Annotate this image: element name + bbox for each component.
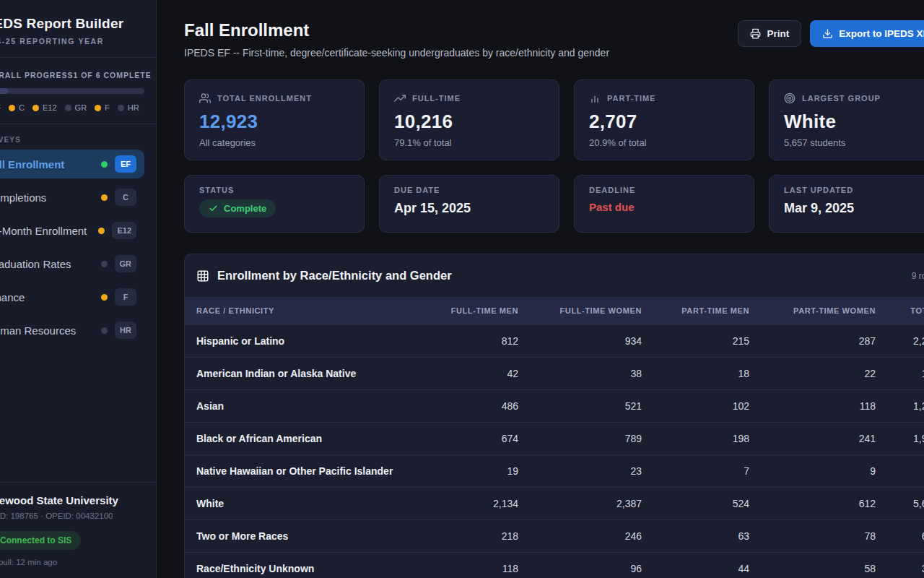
table-row: Race/Ethnicity Unknown118964458316 bbox=[185, 552, 924, 578]
table-row: American Indian or Alaska Native42381822… bbox=[185, 357, 924, 389]
part-time-value: 2,707 bbox=[589, 111, 739, 133]
sidebar-item-completions[interactable]: Completions C bbox=[0, 183, 144, 212]
progress-bar-fill bbox=[0, 88, 8, 94]
surveys-section-label: SURVEYS bbox=[0, 136, 144, 144]
status-dot-icon bbox=[98, 228, 105, 234]
survey-code-badge: F bbox=[115, 288, 136, 306]
info-card-deadline: DEADLINE Past due bbox=[574, 175, 754, 233]
status-dot-icon bbox=[101, 194, 108, 201]
main-content: Fall Enrollment IPEDS EF -- First-time, … bbox=[157, 0, 924, 578]
stat-card-part-time: PART-TIME 2,707 20.9% of total bbox=[574, 79, 754, 160]
survey-nav: Fall Enrollment EF Completions C 12-Mont… bbox=[0, 150, 156, 345]
reporting-year-label: 2024-25 REPORTING YEAR bbox=[0, 37, 144, 46]
survey-code-badge: HR bbox=[115, 322, 136, 339]
row-count-label: 9 rows bbox=[912, 271, 924, 281]
print-button[interactable]: Print bbox=[738, 20, 801, 47]
legend-item-gr: GR bbox=[65, 103, 87, 112]
sis-status-badge: Connected to SIS bbox=[0, 531, 81, 550]
app-root: IPEDS Report Builder 2024-25 REPORTING Y… bbox=[0, 0, 924, 578]
overall-progress-section: OVERALL PROGRESS 1 OF 6 COMPLETE EF C E1… bbox=[0, 58, 156, 124]
legend-item-hr: HR bbox=[118, 103, 139, 112]
target-icon bbox=[784, 92, 796, 104]
table-row: Native Hawaiian or Other Pacific Islande… bbox=[185, 454, 924, 487]
progress-label: OVERALL PROGRESS bbox=[0, 71, 73, 79]
app-title: IPEDS Report Builder bbox=[0, 16, 144, 32]
stat-card-largest-group: LARGEST GROUP White 5,657 students bbox=[769, 79, 924, 160]
institution-ids: Unit ID: 198765 · OPEID: 00432100 bbox=[0, 512, 144, 520]
info-card-status: STATUS Complete bbox=[184, 175, 365, 233]
stat-cards: TOTAL ENROLLMENT 12,923 All categories F… bbox=[184, 79, 924, 160]
legend-item-ef: EF bbox=[0, 103, 1, 112]
last-updated-value: Mar 9, 2025 bbox=[784, 201, 924, 216]
status-dot-icon bbox=[95, 105, 101, 111]
page-subtitle: IPEDS EF -- First-time, degree/certifica… bbox=[184, 47, 609, 59]
sidebar-item-human-resources[interactable]: Human Resources HR bbox=[0, 316, 144, 345]
total-enrollment-value: 12,923 bbox=[199, 111, 349, 133]
table-row: White2,1342,3875246125,657 bbox=[185, 487, 924, 519]
enrollment-table: RACE / ETHNICITY FULL-TIME MEN FULL-TIME… bbox=[185, 297, 924, 578]
legend-item-e12: E12 bbox=[32, 103, 57, 112]
info-card-due-date: DUE DATE Apr 15, 2025 bbox=[379, 175, 559, 233]
info-cards: STATUS Complete DUE DATE Apr 15, 2025 DE… bbox=[184, 175, 924, 233]
survey-code-badge: EF bbox=[115, 155, 136, 173]
survey-legend: EF C E12 GR F HR bbox=[0, 103, 144, 112]
status-dot-icon bbox=[118, 105, 124, 111]
sidebar-header: IPEDS Report Builder 2024-25 REPORTING Y… bbox=[0, 0, 156, 58]
last-pull-label: Last pull: 12 min ago bbox=[0, 558, 144, 566]
progress-bar bbox=[0, 88, 144, 94]
sidebar-item-finance[interactable]: Finance F bbox=[0, 282, 144, 311]
legend-item-c: C bbox=[9, 103, 25, 112]
sidebar-item-fall-enrollment[interactable]: Fall Enrollment EF bbox=[0, 150, 144, 178]
sidebar-footer: Lakewood State University Unit ID: 19876… bbox=[0, 482, 156, 578]
page-header: Fall Enrollment IPEDS EF -- First-time, … bbox=[184, 20, 924, 59]
info-card-last-updated: LAST UPDATED Mar 9, 2025 bbox=[769, 175, 924, 233]
download-icon bbox=[822, 28, 833, 39]
status-badge: Complete bbox=[199, 199, 276, 217]
table-title: Enrollment by Race/Ethnicity and Gender bbox=[217, 269, 452, 282]
survey-code-badge: GR bbox=[115, 255, 137, 272]
app-viewport: IPEDS Report Builder 2024-25 REPORTING Y… bbox=[0, 0, 924, 578]
due-date-value: Apr 15, 2025 bbox=[394, 201, 544, 216]
institution-name: Lakewood State University bbox=[0, 494, 144, 506]
bar-chart-icon bbox=[589, 92, 601, 104]
status-dot-icon bbox=[101, 327, 108, 334]
status-dot-icon bbox=[101, 161, 108, 168]
table-row: Asian4865211021181,227 bbox=[185, 389, 924, 422]
status-dot-icon bbox=[32, 105, 39, 111]
table-header-row: RACE / ETHNICITY FULL-TIME MEN FULL-TIME… bbox=[185, 297, 924, 324]
printer-icon bbox=[750, 28, 761, 39]
legend-item-f: F bbox=[95, 103, 110, 112]
status-dot-icon bbox=[101, 294, 108, 301]
check-icon bbox=[209, 204, 218, 213]
progress-status: 1 OF 6 COMPLETE bbox=[73, 71, 151, 79]
status-dot-icon bbox=[65, 105, 71, 111]
survey-code-badge: C bbox=[115, 189, 136, 206]
page-title: Fall Enrollment bbox=[184, 20, 609, 40]
header-actions: Print Export to IPEDS XML bbox=[738, 20, 924, 47]
full-time-value: 10,216 bbox=[394, 111, 544, 133]
table-icon bbox=[196, 269, 209, 282]
table-row: Hispanic or Latino8129342152872,248 bbox=[185, 324, 924, 357]
largest-group-value: White bbox=[784, 111, 924, 133]
table-row: Black or African American6747891982411,9… bbox=[185, 422, 924, 454]
status-dot-icon bbox=[101, 261, 108, 267]
survey-code-badge: E12 bbox=[112, 222, 136, 239]
export-button[interactable]: Export to IPEDS XML bbox=[810, 20, 924, 47]
stat-card-total-enrollment: TOTAL ENROLLMENT 12,923 All categories bbox=[184, 79, 365, 160]
table-row: Two or More Races2182466378605 bbox=[185, 519, 924, 552]
sidebar-item-graduation-rates[interactable]: Graduation Rates GR bbox=[0, 249, 144, 278]
stat-card-full-time: FULL-TIME 10,216 79.1% of total bbox=[379, 79, 559, 160]
users-icon bbox=[199, 92, 211, 104]
sidebar-item-12-month-enrollment[interactable]: 12-Month Enrollment E12 bbox=[0, 216, 144, 245]
trend-up-icon bbox=[394, 92, 406, 104]
enrollment-table-card: Enrollment by Race/Ethnicity and Gender … bbox=[184, 254, 924, 578]
deadline-value: Past due bbox=[589, 201, 739, 213]
sidebar: IPEDS Report Builder 2024-25 REPORTING Y… bbox=[0, 0, 157, 578]
status-dot-icon bbox=[9, 105, 15, 111]
